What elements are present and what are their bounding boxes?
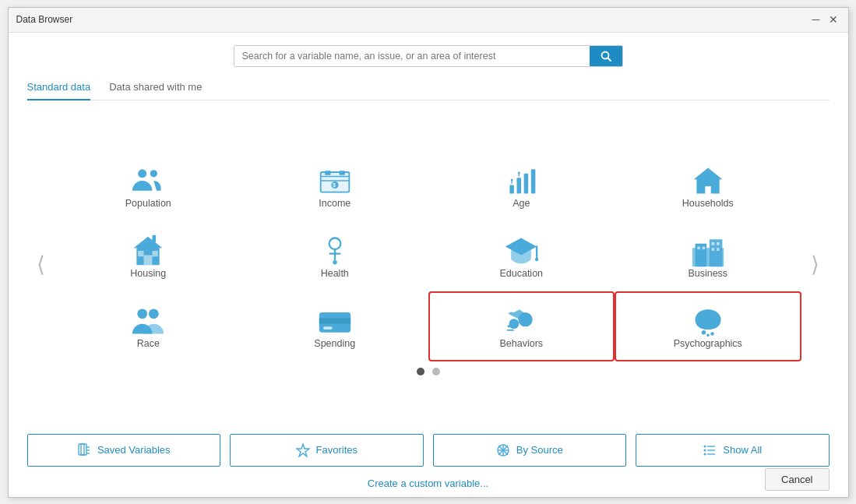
svg-point-49 bbox=[702, 330, 706, 334]
age-label: Age bbox=[513, 198, 530, 209]
households-label: Households bbox=[682, 198, 734, 209]
title-bar: Data Browser ─ ✕ bbox=[9, 8, 848, 33]
svg-rect-24 bbox=[153, 251, 158, 256]
show-all-label: Show All bbox=[723, 444, 762, 456]
svg-point-68 bbox=[704, 453, 706, 455]
main-content: Standard data Data shared with me ⟨ bbox=[9, 33, 848, 426]
category-education[interactable]: Education bbox=[428, 221, 615, 291]
next-arrow[interactable]: ⟩ bbox=[801, 113, 830, 417]
close-button[interactable]: ✕ bbox=[826, 12, 840, 26]
category-spending[interactable]: Spending bbox=[241, 291, 428, 361]
svg-point-51 bbox=[706, 333, 710, 337]
category-population[interactable]: Population bbox=[55, 151, 242, 221]
dot-2[interactable] bbox=[432, 368, 440, 375]
category-behaviors[interactable]: Behaviors bbox=[428, 291, 615, 361]
window-title: Data Browser bbox=[16, 14, 73, 25]
svg-rect-33 bbox=[710, 239, 723, 266]
svg-point-27 bbox=[333, 259, 337, 264]
tab-shared-data[interactable]: Data shared with me bbox=[109, 81, 202, 100]
show-all-button[interactable]: Show All bbox=[636, 434, 830, 467]
health-icon bbox=[318, 234, 352, 268]
by-source-button[interactable]: By Source bbox=[433, 434, 627, 467]
cancel-area: Cancel bbox=[765, 468, 829, 491]
svg-rect-7 bbox=[339, 171, 344, 175]
race-icon bbox=[131, 304, 165, 338]
svg-rect-6 bbox=[325, 171, 330, 175]
search-input[interactable] bbox=[234, 46, 590, 66]
svg-point-67 bbox=[704, 449, 706, 451]
favorites-button[interactable]: Favorites bbox=[230, 434, 424, 467]
svg-point-50 bbox=[710, 332, 714, 336]
svg-rect-52 bbox=[79, 444, 86, 455]
list-icon bbox=[703, 443, 717, 457]
population-label: Population bbox=[125, 198, 171, 209]
race-label: Race bbox=[137, 338, 160, 349]
create-custom-variable-link[interactable]: Create a custom variable... bbox=[368, 478, 488, 489]
svg-rect-36 bbox=[711, 242, 714, 245]
search-row bbox=[27, 45, 830, 67]
education-icon bbox=[504, 234, 538, 268]
svg-point-40 bbox=[138, 308, 148, 319]
income-icon: $ bbox=[318, 164, 352, 198]
star-icon bbox=[296, 443, 310, 457]
age-icon bbox=[504, 164, 538, 198]
svg-rect-48 bbox=[508, 325, 514, 327]
households-icon bbox=[691, 164, 725, 198]
housing-label: Housing bbox=[130, 268, 166, 279]
tabs-row: Standard data Data shared with me bbox=[27, 81, 830, 100]
svg-point-26 bbox=[329, 238, 340, 249]
data-browser-window: Data Browser ─ ✕ Standard data Data shar… bbox=[8, 7, 849, 498]
svg-point-30 bbox=[535, 257, 538, 261]
category-housing[interactable]: Housing bbox=[55, 221, 242, 291]
category-health[interactable]: Health bbox=[241, 221, 428, 291]
svg-marker-57 bbox=[297, 444, 309, 456]
saved-variables-label: Saved Variables bbox=[97, 444, 171, 456]
bottom-bar: Create a custom variable... Cancel bbox=[9, 473, 848, 497]
category-business[interactable]: Business bbox=[615, 221, 801, 291]
svg-rect-13 bbox=[531, 169, 536, 193]
svg-rect-22 bbox=[144, 255, 153, 265]
svg-point-2 bbox=[138, 169, 146, 178]
health-label: Health bbox=[321, 268, 349, 279]
pagination-dots bbox=[417, 368, 440, 375]
saved-variables-button[interactable]: Saved Variables bbox=[27, 434, 221, 467]
saved-icon bbox=[77, 443, 91, 457]
svg-rect-25 bbox=[153, 234, 157, 241]
housing-icon bbox=[131, 234, 165, 268]
category-age[interactable]: Age bbox=[428, 151, 615, 221]
svg-rect-23 bbox=[138, 251, 143, 256]
svg-rect-35 bbox=[702, 246, 705, 249]
minimize-button[interactable]: ─ bbox=[809, 12, 823, 26]
svg-rect-44 bbox=[323, 326, 332, 330]
svg-rect-39 bbox=[717, 248, 720, 251]
dot-1[interactable] bbox=[417, 368, 424, 375]
category-race[interactable]: Race bbox=[55, 291, 242, 361]
grid-wrapper: Population $ Income bbox=[55, 151, 801, 379]
cancel-button[interactable]: Cancel bbox=[765, 468, 829, 491]
svg-rect-10 bbox=[510, 185, 515, 193]
svg-rect-37 bbox=[717, 242, 720, 245]
business-label: Business bbox=[688, 268, 727, 279]
psychographics-icon bbox=[691, 304, 725, 338]
svg-rect-12 bbox=[524, 173, 529, 193]
category-psychographics[interactable]: Psychographics bbox=[615, 291, 801, 361]
income-label: Income bbox=[319, 198, 351, 209]
svg-point-41 bbox=[149, 308, 159, 319]
prev-arrow[interactable]: ⟨ bbox=[27, 113, 55, 417]
source-icon bbox=[496, 443, 510, 457]
categories-grid: Population $ Income bbox=[55, 151, 801, 361]
svg-point-66 bbox=[704, 445, 706, 447]
svg-rect-53 bbox=[81, 444, 84, 455]
category-income[interactable]: $ Income bbox=[241, 151, 428, 221]
search-icon bbox=[601, 51, 611, 62]
footer-buttons: Saved Variables Favorites By Source bbox=[9, 434, 848, 467]
category-households[interactable]: Households bbox=[615, 151, 801, 221]
education-label: Education bbox=[499, 268, 543, 279]
svg-point-17 bbox=[518, 171, 520, 174]
tab-standard-data[interactable]: Standard data bbox=[27, 81, 91, 100]
search-button[interactable] bbox=[590, 46, 622, 66]
spending-label: Spending bbox=[314, 338, 355, 349]
population-icon bbox=[131, 164, 165, 198]
by-source-label: By Source bbox=[516, 444, 563, 456]
favorites-label: Favorites bbox=[316, 444, 358, 456]
